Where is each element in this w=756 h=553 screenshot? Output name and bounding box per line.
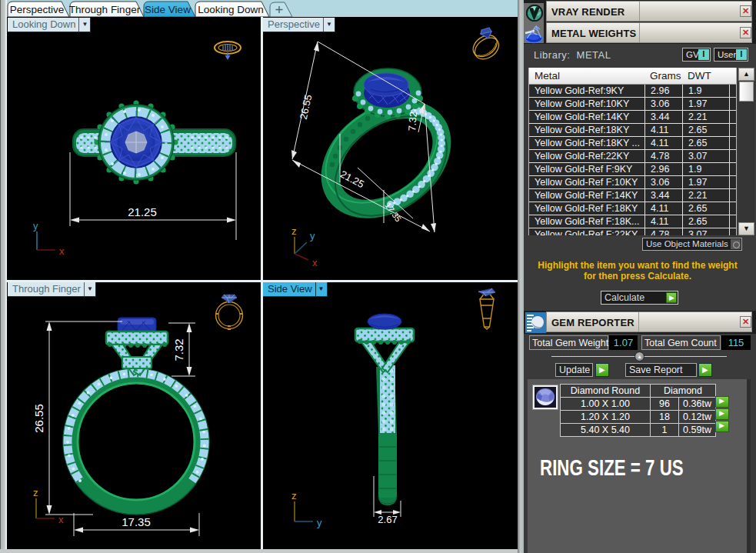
svg-text:Perspective: Perspective (10, 4, 65, 15)
svg-text:z: z (291, 490, 297, 501)
svg-text:2.67: 2.67 (378, 514, 397, 525)
svg-text:y: y (317, 517, 322, 528)
svg-text:7.32: 7.32 (172, 338, 185, 361)
svg-text:Side View: Side View (145, 4, 191, 15)
svg-text:26.55: 26.55 (298, 94, 314, 121)
svg-text:21.25: 21.25 (128, 205, 157, 218)
svg-text:y: y (33, 220, 38, 232)
svg-text:z: z (291, 225, 297, 237)
svg-text:26.55: 26.55 (32, 404, 45, 433)
svg-text:x: x (59, 245, 65, 257)
svg-text:7.32: 7.32 (406, 112, 419, 132)
svg-text:x: x (312, 257, 318, 268)
svg-text:y: y (310, 230, 315, 242)
svg-text:Looking Down: Looking Down (198, 4, 264, 15)
svg-text:z: z (33, 487, 38, 498)
svg-text:17.35: 17.35 (122, 515, 151, 528)
svg-text:x: x (58, 514, 64, 525)
svg-text:Through Finger: Through Finger (69, 4, 141, 15)
